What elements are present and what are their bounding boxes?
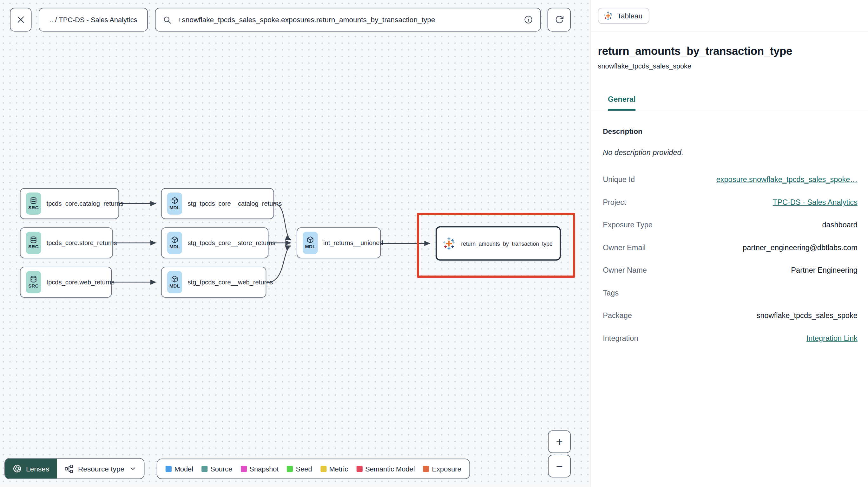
tab-general[interactable]: General [608, 95, 636, 111]
node-label: tpcds_core.store_returns [46, 240, 117, 246]
legend-item-model: Model [165, 465, 193, 473]
legend-swatch [356, 466, 362, 472]
lineage-canvas[interactable]: .. / TPC-DS - Sales Analytics SRC tpcds_… [0, 0, 591, 487]
metadata-fields: Unique Id exposure.snowflake_tpcds_sales… [603, 168, 858, 349]
view-code-button[interactable] [809, 10, 821, 22]
details-panel: Tableau return_amounts_by_transaction_ty… [591, 0, 868, 487]
owner-email-value: partner_engineering@dbtlabs.com [743, 244, 858, 252]
breadcrumb[interactable]: .. / TPC-DS - Sales Analytics [39, 8, 148, 31]
legend-item-seed: Seed [287, 465, 312, 473]
legend-swatch [165, 466, 172, 472]
node-source-catalog-returns[interactable]: SRC tpcds_core.catalog_returns [20, 188, 119, 219]
lenses-label: Lenses [26, 464, 49, 473]
legend-item-exposure: Exposure [423, 465, 461, 473]
general-section: Description No description provided. Uni… [591, 127, 868, 349]
model-badge: MDL [167, 232, 182, 254]
aperture-icon [13, 464, 22, 473]
refresh-button[interactable] [548, 8, 571, 31]
package-value: snowflake_tpcds_sales_spoke [757, 311, 858, 320]
node-source-store-returns[interactable]: SRC tpcds_core.store_returns [20, 227, 113, 258]
refresh-icon [555, 15, 564, 24]
unique-id-link[interactable]: exposure.snowflake_tpcds_sales_spoke… [716, 175, 858, 184]
lenses-button[interactable]: Lenses [5, 459, 57, 479]
package-subtitle: snowflake_tpcds_sales_spoke [598, 62, 860, 70]
view-controls: Lenses Resource type [4, 458, 144, 479]
field-row-tags: Tags [603, 282, 858, 304]
open-external-link-button[interactable] [770, 10, 781, 21]
field-row-unique-id: Unique Id exposure.snowflake_tpcds_sales… [603, 168, 858, 191]
node-label: stg_tpcds_core__store_returns [188, 240, 276, 246]
chevron-down-icon [129, 465, 136, 473]
source-badge: SRC [26, 271, 41, 293]
legend-item-metric: Metric [320, 465, 348, 473]
node-model-stg-store-returns[interactable]: MDL stg_tpcds_core__store_returns [161, 227, 269, 258]
exposure-type-value: dashboard [822, 221, 858, 229]
dbt-explorer-lineage-app: .. / TPC-DS - Sales Analytics SRC tpcds_… [0, 0, 868, 487]
page-title: return_amounts_by_transaction_type [598, 45, 860, 57]
source-badge: SRC [26, 232, 41, 254]
description-text: No description provided. [603, 149, 858, 157]
legend-swatch [241, 466, 247, 472]
tableau-logo-icon [442, 237, 456, 250]
model-badge: MDL [303, 232, 317, 254]
tool-badge-label: Tableau [617, 11, 643, 20]
description-heading: Description [603, 127, 858, 135]
resource-tree-icon [64, 464, 73, 474]
share-button[interactable] [829, 10, 840, 21]
close-panel-button[interactable] [849, 10, 860, 21]
node-label: tpcds_core.catalog_returns [46, 200, 123, 207]
source-badge: SRC [26, 192, 41, 215]
node-label: stg_tpcds_core__catalog_returns [188, 200, 282, 207]
node-model-stg-web-returns[interactable]: MDL stg_tpcds_core__web_returns [161, 267, 267, 298]
legend-item-snapshot: Snapshot [241, 465, 279, 473]
field-row-project: Project TPC-DS - Sales Analytics [603, 191, 858, 214]
details-panel-header: Tableau [591, 0, 868, 31]
node-label: stg_tpcds_core__web_returns [188, 279, 273, 285]
search-icon [163, 15, 172, 24]
legend-swatch [320, 466, 327, 472]
lineage-search [155, 8, 541, 31]
model-badge: MDL [167, 271, 182, 293]
node-label: tpcds_core.web_returns [46, 279, 115, 285]
tableau-logo-icon [603, 11, 613, 20]
breadcrumb-label: .. / TPC-DS - Sales Analytics [49, 16, 137, 24]
panel-actions [770, 10, 860, 22]
field-row-integration: Integration Integration Link [603, 327, 858, 350]
zoom-in-button[interactable]: + [548, 430, 571, 453]
node-source-web-returns[interactable]: SRC tpcds_core.web_returns [20, 267, 112, 298]
info-icon[interactable] [524, 15, 533, 24]
node-label: return_amounts_by_transaction_type [461, 240, 553, 246]
field-row-owner-email: Owner Email partner_engineering@dbtlabs.… [603, 236, 858, 259]
close-icon [16, 15, 26, 24]
owner-name-value: Partner Engineering [791, 266, 858, 274]
close-lineage-button[interactable] [10, 8, 31, 31]
node-label: int_returns__unioned [323, 240, 383, 246]
search-input[interactable] [177, 15, 519, 24]
field-row-owner-name: Owner Name Partner Engineering [603, 259, 858, 282]
node-exposure-return-amounts[interactable]: return_amounts_by_transaction_type [436, 226, 561, 261]
zoom-out-button[interactable]: − [548, 455, 571, 478]
field-row-package: Package snowflake_tpcds_sales_spoke [603, 304, 858, 327]
resource-legend: Model Source Snapshot Seed Metric Semant… [157, 459, 470, 479]
node-model-int-returns-unioned[interactable]: MDL int_returns__unioned [297, 227, 381, 258]
panel-tabs: General [591, 94, 868, 111]
legend-swatch [287, 466, 293, 472]
legend-swatch [423, 466, 429, 472]
field-row-exposure-type: Exposure Type dashboard [603, 214, 858, 236]
integration-link[interactable]: Integration Link [806, 334, 858, 343]
explore-lineage-button[interactable] [789, 10, 801, 22]
node-model-stg-catalog-returns[interactable]: MDL stg_tpcds_core__catalog_returns [161, 188, 274, 219]
legend-swatch [202, 466, 208, 472]
tool-badge-tableau: Tableau [598, 8, 649, 24]
resource-type-dropdown[interactable]: Resource type [57, 459, 144, 479]
model-badge: MDL [167, 192, 182, 215]
resource-type-label: Resource type [78, 464, 124, 473]
legend-item-source: Source [202, 465, 232, 473]
project-link[interactable]: TPC-DS - Sales Analytics [773, 198, 858, 206]
legend-item-semantic-model: Semantic Model [356, 465, 415, 473]
